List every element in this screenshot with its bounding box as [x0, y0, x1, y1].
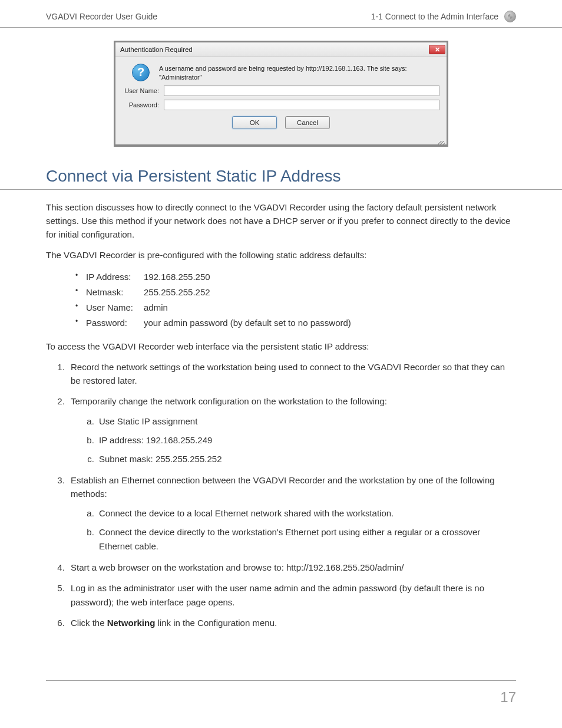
section-heading: Connect via Persistent Static IP Address: [0, 167, 562, 190]
step-6-pre: Click the: [71, 618, 107, 628]
netmask-label: Netmask:: [86, 285, 144, 300]
default-user: User Name:admin: [75, 300, 516, 315]
step-2c: Subnet mask: 255.255.255.252: [97, 452, 516, 466]
lens-icon: [504, 11, 516, 22]
ip-value: 192.168.255.250: [144, 272, 210, 282]
paragraph-defaults-lead: The VGADVI Recorder is pre-configured wi…: [46, 248, 516, 262]
step-6: Click the Networking link in the Configu…: [67, 616, 516, 630]
pass-label: Password:: [86, 315, 144, 331]
default-netmask: Netmask:255.255.255.252: [75, 285, 516, 300]
step-2-substeps: Use Static IP assignment IP address: 192…: [97, 414, 516, 466]
user-value: admin: [144, 302, 168, 312]
default-password: Password:your admin password (by default…: [75, 315, 516, 331]
auth-dialog-wrap: Authentication Required ✕ ? A username a…: [0, 41, 562, 147]
password-field[interactable]: [164, 100, 439, 110]
resize-grip-icon: [115, 141, 447, 144]
step-3: Establish an Ethernet connection between…: [67, 473, 516, 554]
step-4: Start a web browser on the workstation a…: [67, 561, 516, 574]
auth-dialog: Authentication Required ✕ ? A username a…: [114, 41, 448, 147]
question-icon: ?: [132, 64, 150, 81]
step-5: Log in as the administrator user with th…: [67, 581, 516, 609]
dialog-message-line1: A username and password are being reques…: [159, 65, 407, 72]
content: This section discusses how to directly c…: [0, 200, 562, 630]
step-1: Record the network settings of the works…: [67, 360, 516, 388]
defaults-list: IP Address:192.168.255.250 Netmask:255.2…: [75, 269, 516, 331]
guide-title: VGADVI Recorder User Guide: [46, 12, 157, 21]
step-6-post: link in the Configuration menu.: [155, 618, 277, 628]
username-label: User Name:: [123, 87, 164, 94]
password-label: Password:: [123, 101, 164, 108]
step-3-text: Establish an Ethernet connection between…: [71, 475, 495, 499]
step-3b: Connect the device directly to the works…: [97, 525, 516, 554]
netmask-value: 255.255.255.252: [144, 287, 210, 297]
step-2a: Use Static IP assignment: [97, 414, 516, 429]
close-button[interactable]: ✕: [429, 45, 445, 54]
chapter-label: 1-1 Connect to the Admin Interface: [371, 12, 498, 21]
ok-button[interactable]: OK: [232, 116, 277, 129]
steps-list: Record the network settings of the works…: [67, 360, 516, 630]
user-label: User Name:: [86, 300, 144, 315]
dialog-title-bar: Authentication Required ✕: [115, 42, 447, 57]
page-footer: 17: [46, 680, 516, 706]
cancel-button[interactable]: Cancel: [285, 116, 330, 129]
paragraph-steps-lead: To access the VGADVI Recorder web interf…: [46, 340, 516, 353]
dialog-message-line2: "Administrator": [159, 74, 202, 81]
step-2: Temporarily change the network configura…: [67, 394, 516, 466]
default-ip: IP Address:192.168.255.250: [75, 269, 516, 285]
close-icon: ✕: [435, 46, 440, 54]
step-2-text: Temporarily change the network configura…: [71, 396, 387, 406]
dialog-title-text: Authentication Required: [120, 46, 193, 53]
step-3a: Connect the device to a local Ethernet n…: [97, 506, 516, 521]
page-number: 17: [500, 689, 516, 705]
pass-value: your admin password (by default set to n…: [144, 318, 351, 328]
paragraph-intro: This section discusses how to directly c…: [46, 200, 516, 242]
username-field[interactable]: [164, 85, 439, 96]
step-2b: IP address: 192.168.255.249: [97, 433, 516, 447]
step-6-bold: Networking: [107, 618, 156, 628]
step-3-substeps: Connect the device to a local Ethernet n…: [97, 506, 516, 554]
dialog-message: A username and password are being reques…: [159, 63, 439, 82]
ip-label: IP Address:: [86, 269, 144, 285]
page-header: VGADVI Recorder User Guide 1-1 Connect t…: [0, 0, 562, 28]
